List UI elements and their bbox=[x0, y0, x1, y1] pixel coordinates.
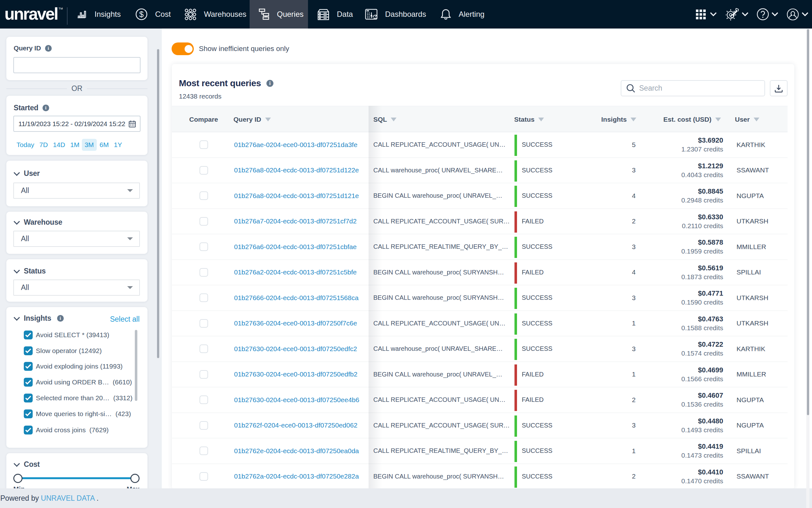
svg-text:$: $ bbox=[139, 10, 144, 19]
